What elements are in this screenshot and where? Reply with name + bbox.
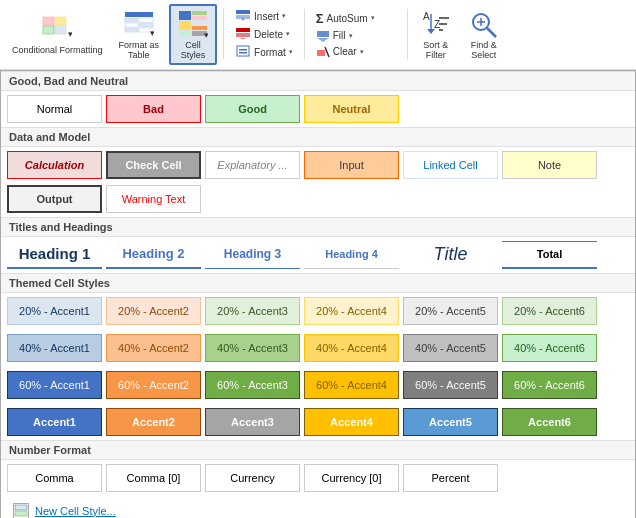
style-bad[interactable]: Bad <box>106 95 201 123</box>
style-60-accent5[interactable]: 60% - Accent5 <box>403 371 498 399</box>
section-header-number-format: Number Format <box>1 440 635 460</box>
style-20-accent2[interactable]: 20% - Accent2 <box>106 297 201 325</box>
style-explanatory[interactable]: Explanatory ... <box>205 151 300 179</box>
divider1 <box>223 9 224 59</box>
style-total[interactable]: Total <box>502 241 597 269</box>
style-linked-cell[interactable]: Linked Cell <box>403 151 498 179</box>
svg-rect-2 <box>55 17 66 25</box>
svg-rect-17 <box>192 21 207 25</box>
style-40-accent5[interactable]: 40% - Accent5 <box>403 334 498 362</box>
style-input[interactable]: Input <box>304 151 399 179</box>
conditional-formatting-button[interactable]: ▾ Conditional Formatting <box>6 11 109 58</box>
style-60-accent2[interactable]: 60% - Accent2 <box>106 371 201 399</box>
svg-rect-28 <box>237 46 249 56</box>
style-accent2[interactable]: Accent2 <box>106 408 201 436</box>
style-60-accent4[interactable]: 60% - Accent4 <box>304 371 399 399</box>
divider3 <box>407 9 408 59</box>
insert-dropdown-arrow: ▾ <box>282 12 286 20</box>
style-60-accent1[interactable]: 60% - Accent1 <box>7 371 102 399</box>
style-heading1[interactable]: Heading 1 <box>7 241 102 269</box>
svg-rect-7 <box>139 18 153 22</box>
style-output[interactable]: Output <box>7 185 102 213</box>
sum-fill-clear-group: Σ AutoSum ▾ Fill ▾ Clear ▾ <box>311 10 401 59</box>
menu-section: New Cell Style... + Merge Styles... <box>1 496 635 518</box>
new-cell-style-icon <box>13 503 29 518</box>
section-header-data-model: Data and Model <box>1 127 635 147</box>
svg-rect-10 <box>125 28 138 32</box>
autosum-button[interactable]: Σ AutoSum ▾ <box>311 10 401 27</box>
style-note[interactable]: Note <box>502 151 597 179</box>
delete-button[interactable]: – Delete ▾ <box>230 26 298 42</box>
svg-rect-6 <box>125 18 138 22</box>
style-calculation[interactable]: Calculation <box>7 151 102 179</box>
style-40-accent2[interactable]: 40% - Accent2 <box>106 334 201 362</box>
style-accent4[interactable]: Accent4 <box>304 408 399 436</box>
sort-find-group: A Z Sort &Filter <box>414 6 506 63</box>
divider2 <box>304 9 305 59</box>
sort-filter-button[interactable]: A Z Sort &Filter <box>414 6 458 63</box>
style-currency[interactable]: Currency <box>205 464 300 492</box>
style-60-accent6[interactable]: 60% - Accent6 <box>502 371 597 399</box>
new-cell-style-item[interactable]: New Cell Style... <box>9 500 627 518</box>
insert-label: Insert <box>254 11 279 22</box>
clear-button[interactable]: Clear ▾ <box>311 45 401 59</box>
ribbon: ▾ Conditional Formatting ▾ Format asTa <box>0 0 636 518</box>
style-20-accent6[interactable]: 20% - Accent6 <box>502 297 597 325</box>
ribbon-toolbar: ▾ Conditional Formatting ▾ Format asTa <box>0 0 636 70</box>
style-40-accent3[interactable]: 40% - Accent3 <box>205 334 300 362</box>
style-comma0[interactable]: Comma [0] <box>106 464 201 492</box>
new-cell-style-label: New Cell Style... <box>35 505 116 517</box>
style-check-cell[interactable]: Check Cell <box>106 151 201 179</box>
style-accent5[interactable]: Accent5 <box>403 408 498 436</box>
svg-line-43 <box>487 28 496 37</box>
style-accent6[interactable]: Accent6 <box>502 408 597 436</box>
style-40-accent6[interactable]: 40% - Accent6 <box>502 334 597 362</box>
style-accent3[interactable]: Accent3 <box>205 408 300 436</box>
style-currency0[interactable]: Currency [0] <box>304 464 399 492</box>
fill-label: Fill <box>333 30 346 41</box>
conditional-formatting-icon: ▾ <box>41 13 73 45</box>
cell-styles-button[interactable]: ▾ CellStyles <box>169 4 217 65</box>
style-20-accent4[interactable]: 20% - Accent4 <box>304 297 399 325</box>
style-comma[interactable]: Comma <box>7 464 102 492</box>
svg-rect-29 <box>239 49 247 51</box>
format-as-table-button[interactable]: ▾ Format asTable <box>113 6 166 63</box>
style-20-accent5[interactable]: 20% - Accent5 <box>403 297 498 325</box>
svg-marker-38 <box>427 29 435 34</box>
style-20-accent3[interactable]: 20% - Accent3 <box>205 297 300 325</box>
style-normal[interactable]: Normal <box>7 95 102 123</box>
style-accent1[interactable]: Accent1 <box>7 408 102 436</box>
style-percent[interactable]: Percent <box>403 464 498 492</box>
style-heading2[interactable]: Heading 2 <box>106 241 201 269</box>
find-select-button[interactable]: Find &Select <box>462 6 506 63</box>
themed-40-row: 40% - Accent1 40% - Accent2 40% - Accent… <box>1 330 635 366</box>
svg-rect-13 <box>179 11 191 20</box>
fill-dropdown-arrow: ▾ <box>349 32 353 40</box>
style-heading3[interactable]: Heading 3 <box>205 241 300 269</box>
svg-text:▾: ▾ <box>68 29 72 39</box>
style-40-accent1[interactable]: 40% - Accent1 <box>7 334 102 362</box>
style-20-accent1[interactable]: 20% - Accent1 <box>7 297 102 325</box>
svg-rect-14 <box>192 11 207 15</box>
style-60-accent3[interactable]: 60% - Accent3 <box>205 371 300 399</box>
svg-rect-5 <box>125 12 153 17</box>
number-format-row: Comma Comma [0] Currency Currency [0] Pe… <box>1 460 635 496</box>
style-warning-text[interactable]: Warning Text <box>106 185 201 213</box>
style-title[interactable]: Title <box>403 241 498 269</box>
style-40-accent4[interactable]: 40% - Accent4 <box>304 334 399 362</box>
titles-headings-row: Heading 1 Heading 2 Heading 3 Heading 4 … <box>1 237 635 273</box>
fill-button[interactable]: Fill ▾ <box>311 29 401 43</box>
svg-text:+: + <box>241 16 245 23</box>
svg-rect-25 <box>236 28 250 32</box>
style-heading4[interactable]: Heading 4 <box>304 241 399 269</box>
style-neutral[interactable]: Neutral <box>304 95 399 123</box>
style-good[interactable]: Good <box>205 95 300 123</box>
insert-button[interactable]: + Insert ▾ <box>230 8 298 24</box>
format-label: Format <box>254 47 286 58</box>
format-button[interactable]: Format ▾ <box>230 44 298 60</box>
svg-marker-32 <box>317 38 329 42</box>
find-select-icon <box>468 8 500 40</box>
good-bad-neutral-row: Normal Bad Good Neutral <box>1 91 635 127</box>
delete-dropdown-arrow: ▾ <box>286 30 290 38</box>
svg-rect-46 <box>15 505 27 510</box>
